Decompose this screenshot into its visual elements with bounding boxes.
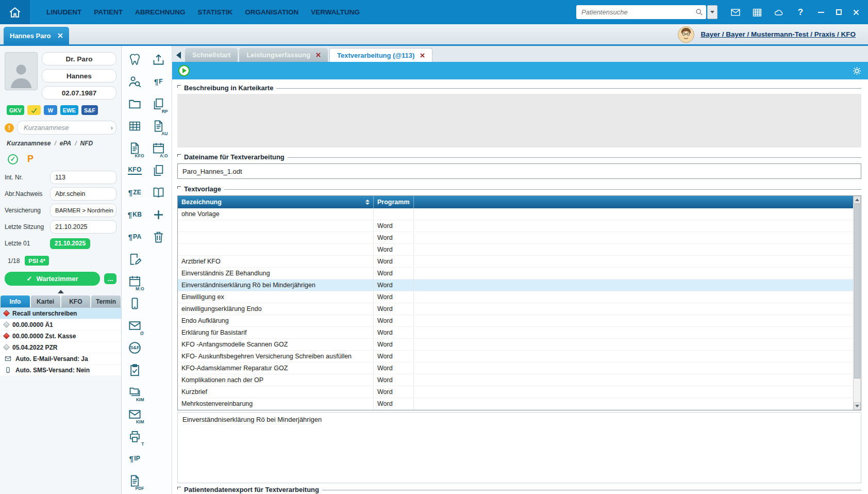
ze-icon[interactable]: ¶ZE (125, 183, 145, 202)
tooth-icon[interactable] (125, 50, 145, 69)
table-row[interactable]: Erklärung für BasistarifWord (178, 327, 853, 339)
date-badge[interactable]: 21.10.2025 (50, 238, 90, 249)
email-at-icon[interactable]: @ (125, 316, 145, 335)
list-item[interactable]: Auto. E-Mail-Versand: Ja (0, 353, 121, 365)
menu-item-abrechnung[interactable]: ABRECHNUNG (135, 8, 186, 16)
birthdate-field[interactable]: 02.07.1987 (42, 86, 116, 100)
table-row[interactable]: Komplikationen nach der OPWord (178, 374, 853, 386)
sidebar-tab-kartei[interactable]: Kartei (31, 295, 60, 307)
delete-icon[interactable] (149, 227, 169, 246)
table-row[interactable]: KFO- Auskunftsbegehren Versicherung Schr… (178, 351, 853, 363)
kfo-invoice-icon[interactable]: KFO (125, 139, 145, 157)
search-dropdown-button[interactable] (707, 5, 717, 19)
sidebar-tab-kfo[interactable]: KFO (61, 295, 91, 307)
field-value-input[interactable]: BARMER > Nordrhein (50, 204, 116, 217)
table-row[interactable]: Word (178, 232, 853, 244)
table-row[interactable]: Einverständniserklärung Rö bei Minderjäh… (178, 279, 853, 291)
table-row[interactable]: KFO -Anfangsmodelle Scannen GOZWord (178, 339, 853, 351)
search-input[interactable] (581, 8, 695, 16)
list-item[interactable]: Recall unterschreiben (0, 308, 121, 319)
mail-icon[interactable] (729, 7, 742, 18)
tab-textverarbeitung-113[interactable]: Textverarbeitung (@113) (329, 48, 432, 62)
pdf-icon[interactable]: PDF (125, 471, 145, 490)
scroll-down-button[interactable] (854, 402, 861, 410)
sort-icon[interactable] (365, 200, 370, 205)
table-row[interactable]: KurzbriefWord (178, 386, 853, 398)
tab-leistungserfassung[interactable]: Leistungserfassung (239, 48, 328, 62)
form-edit-icon[interactable] (125, 250, 145, 268)
note-icon[interactable] (27, 105, 41, 115)
list-item[interactable]: 00.00.0000 Ä1 (0, 319, 121, 331)
list-item[interactable]: 05.04.2022 PZR (0, 342, 121, 353)
tab-scroll-left-icon[interactable] (176, 52, 181, 59)
doctor-field[interactable]: Dr. Paro (42, 52, 116, 65)
column-header-programm[interactable]: Programm (374, 196, 414, 208)
field-value-input[interactable]: Abr.schein (50, 187, 116, 201)
kb-icon[interactable]: ¶KB (125, 205, 145, 224)
more-button[interactable]: ... (104, 273, 116, 284)
export-icon[interactable] (149, 50, 169, 69)
sf-icon[interactable]: S&F (125, 338, 145, 357)
close-icon[interactable] (420, 53, 425, 58)
search-icon[interactable] (695, 8, 703, 16)
table-row[interactable]: MehrkostenvereinbarungWord (178, 398, 853, 410)
duplicate-icon[interactable] (149, 161, 169, 179)
table-row[interactable]: Einwilligung exWord (178, 291, 853, 303)
kim-mail-icon[interactable]: KIM (125, 405, 145, 423)
table-row[interactable]: Arztbrief KFOWord (178, 256, 853, 268)
user-avatar[interactable] (678, 26, 694, 43)
close-icon[interactable] (58, 33, 63, 38)
forms-icon[interactable]: ¶F (149, 72, 169, 91)
minimize-button[interactable] (816, 8, 826, 17)
journal-icon[interactable] (125, 117, 145, 135)
rp-icon[interactable]: RP (149, 94, 169, 113)
help-icon[interactable]: ? (794, 7, 807, 18)
breadcrumb[interactable]: Bayer / Bayer / Mustermann-Test / Praxis… (700, 30, 856, 38)
calendar-icon[interactable] (750, 7, 764, 18)
kfo-icon[interactable]: KFO (125, 161, 145, 179)
start-button[interactable] (178, 65, 190, 76)
kim-archive-icon[interactable]: KIM (125, 383, 145, 401)
menu-item-statistik[interactable]: STATISTIK (198, 8, 233, 16)
menu-item-patient[interactable]: PATIENT (94, 8, 123, 16)
mobile-phone-icon[interactable] (125, 294, 145, 312)
word-icon[interactable]: W (44, 105, 57, 115)
list-item[interactable]: Auto. SMS-Versand: Nein (0, 365, 121, 376)
tab-schnellstart[interactable]: Schnellstart (185, 48, 238, 62)
filename-input[interactable]: Paro_Hannes_1.odt (177, 163, 861, 179)
terminbuch-icon[interactable]: A:O (149, 139, 169, 157)
selected-template-box[interactable]: Einverständniserklärung Rö bei Minderjäh… (177, 412, 861, 483)
field-value-input[interactable]: 21.10.2025 (50, 220, 116, 234)
table-row[interactable]: Word (178, 220, 853, 232)
scroll-up-button[interactable] (854, 196, 861, 204)
add-icon[interactable] (149, 205, 169, 224)
table-row[interactable]: KFO-Adamsklammer Reparatur GOZWord (178, 363, 853, 374)
table-row[interactable]: Endo AufklärungWord (178, 315, 853, 327)
sidebar-tab-termin[interactable]: Termin (91, 295, 121, 307)
patient-photo[interactable] (5, 52, 38, 90)
menu-item-verwaltung[interactable]: VERWALTUNG (311, 8, 360, 16)
list-item[interactable]: 00.00.0000 Zst. Kasse (0, 331, 121, 342)
psi-badge[interactable]: PSI 4* (25, 256, 49, 266)
maximize-button[interactable] (834, 8, 843, 17)
expand-arrow-icon[interactable]: › (111, 124, 113, 131)
au-icon[interactable]: AU (149, 117, 169, 135)
scrollbar-thumb[interactable] (854, 204, 860, 378)
pa-icon[interactable]: ¶PA (125, 227, 145, 246)
printer-icon[interactable]: T (125, 427, 145, 446)
patient-search-icon[interactable] (125, 72, 145, 91)
home-button[interactable] (0, 0, 30, 24)
settings-button[interactable] (852, 66, 862, 76)
link-epa[interactable]: ePA (60, 140, 71, 147)
clipboard-icon[interactable] (125, 360, 145, 379)
ewe-badge[interactable]: EWE (60, 105, 78, 115)
table-row[interactable]: einwilligungserklärung EndoWord (178, 303, 853, 315)
table-scrollbar[interactable] (853, 196, 861, 410)
table-row[interactable]: Word (178, 244, 853, 256)
close-icon[interactable] (316, 53, 321, 57)
sidebar-tab-info[interactable]: Info (1, 295, 30, 307)
ip-icon[interactable]: ¶IP (125, 449, 145, 468)
folder-icon[interactable] (125, 94, 145, 113)
close-button[interactable] (852, 8, 861, 17)
wartezimmer-button[interactable]: ✓ Wartezimmer (5, 272, 100, 286)
